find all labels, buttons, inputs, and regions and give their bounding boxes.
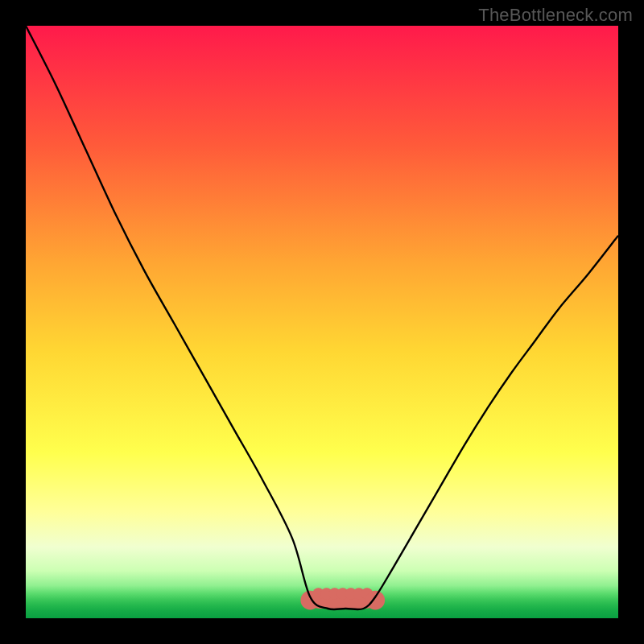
chart-svg [26, 26, 618, 618]
svg-point-8 [300, 591, 320, 610]
chart-frame: TheBottleneck.com [0, 0, 644, 644]
sweet-spot-region [300, 588, 385, 609]
watermark-text: TheBottleneck.com [478, 5, 633, 26]
plot-area [26, 26, 618, 618]
gradient-bg [26, 26, 618, 618]
svg-point-9 [365, 591, 385, 610]
